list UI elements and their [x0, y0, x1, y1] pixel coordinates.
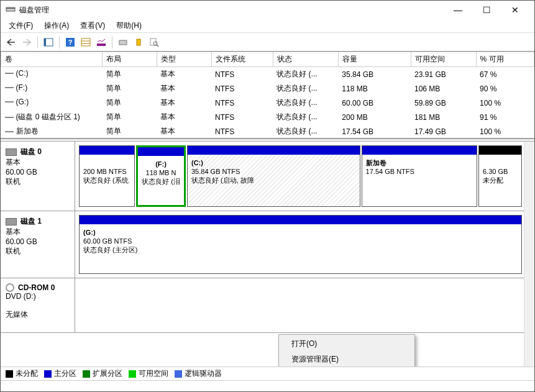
cell: 60.00 GB [338, 96, 411, 110]
cell: 200 MB [338, 110, 411, 124]
forward-button[interactable] [20, 35, 34, 49]
cell: 状态良好 (... [273, 110, 338, 124]
partition-new[interactable]: 新加卷 17.54 GB NTFS [362, 145, 477, 207]
column-header[interactable]: 类型 [157, 52, 211, 67]
svg-rect-11 [137, 39, 140, 45]
svg-rect-1 [6, 8, 15, 9]
disk-type: 基本 [6, 157, 70, 168]
svg-rect-6 [81, 39, 90, 46]
partition-status: 状态良好 (泪 [142, 177, 180, 186]
disk-type: 基本 [6, 227, 70, 237]
legend-item: 未分配 [6, 368, 38, 379]
column-header[interactable]: 卷 [1, 52, 103, 67]
cell: NTFS [211, 110, 273, 124]
menu-action[interactable]: 操作(A) [39, 19, 75, 32]
svg-text:?: ? [68, 39, 73, 46]
partition-status: 未分配 [483, 176, 518, 185]
cell: 67 % [476, 67, 534, 82]
toolbar-chart-icon[interactable] [94, 35, 108, 49]
partition-c[interactable]: (C:) 35.84 GB NTFS 状态良好 (启动, 故障 [187, 145, 360, 207]
column-header[interactable]: 文件系统 [211, 52, 273, 67]
graphical-view: 磁盘 0 基本 60.00 GB 联机 200 MB NTFS 状态良好 (系统 [1, 142, 534, 367]
disk-0-info: 磁盘 0 基本 60.00 GB 联机 [1, 142, 75, 211]
partition-size: 35.84 GB NTFS [191, 167, 356, 176]
back-button[interactable] [4, 35, 18, 49]
scrollbar[interactable] [524, 142, 534, 367]
legend-item: 主分区 [44, 368, 76, 379]
disk-status: 联机 [6, 176, 70, 187]
column-header[interactable]: % 可用 [476, 52, 534, 67]
svg-rect-9 [97, 43, 106, 46]
column-header[interactable]: 布局 [103, 52, 157, 67]
partition-g[interactable]: (G:) 60.00 GB NTFS 状态良好 (主分区) [79, 215, 522, 274]
cell: 简单 [103, 67, 157, 82]
column-header[interactable]: 状态 [273, 52, 338, 67]
partition-label: (C:) [191, 159, 203, 166]
cell: 17.49 GB [411, 124, 476, 139]
help-icon[interactable]: ? [63, 35, 77, 49]
context-menu-item[interactable]: 打开(O) [279, 336, 414, 352]
partition-size: 200 MB NTFS [83, 167, 130, 176]
cell: 35.84 GB [338, 67, 411, 82]
volume-row[interactable]: (G:)简单基本NTFS状态良好 (...60.00 GB59.89 GB100… [1, 96, 534, 110]
cell: 简单 [103, 124, 157, 139]
disk-1-info: 磁盘 1 基本 60.00 GB 联机 [1, 211, 75, 278]
cell: 简单 [103, 96, 157, 110]
disk-name: CD-ROM 0 [18, 283, 55, 292]
partition-size: 60.00 GB NTFS [83, 237, 518, 245]
cdrom-info: CD-ROM 0 DVD (D:) 无媒体 [1, 278, 75, 332]
partition-status: 状态良好 (启动, 故障 [191, 176, 356, 185]
disk-name: 磁盘 0 [21, 147, 42, 157]
menu-help[interactable]: 帮助(H) [111, 19, 147, 32]
legend: 未分配主分区扩展分区可用空间逻辑驱动器 [1, 367, 534, 380]
cell: NTFS [211, 96, 273, 110]
legend-item: 可用空间 [129, 368, 168, 379]
disk-name: 磁盘 1 [21, 216, 42, 227]
cell: NTFS [211, 81, 273, 96]
menu-view[interactable]: 查看(V) [75, 19, 111, 32]
close-button[interactable]: ✕ [501, 1, 529, 19]
cdrom-icon [6, 283, 14, 292]
partition-size: 6.30 GB [483, 167, 518, 176]
context-menu: 打开(O)资源管理器(E)将分区标记为活动分区(M)更改驱动器号和路径(C)..… [278, 334, 415, 367]
volume-row[interactable]: (磁盘 0 磁盘分区 1)简单基本NTFS状态良好 (...200 MB181 … [1, 110, 534, 124]
toolbar-view-icon[interactable] [42, 35, 55, 49]
cell: 100 % [476, 96, 534, 110]
disk-icon [6, 218, 17, 226]
toolbar-list-icon[interactable] [79, 35, 93, 49]
svg-line-14 [157, 45, 158, 47]
partition-system[interactable]: 200 MB NTFS 状态良好 (系统 [79, 145, 135, 207]
cell: 状态良好 (... [273, 67, 338, 82]
cell: 90 % [476, 81, 534, 96]
toolbar-separator [37, 36, 38, 48]
window-controls: — ☐ ✕ [444, 1, 529, 19]
cell: 基本 [157, 110, 211, 124]
svg-rect-3 [44, 39, 46, 46]
menu-file[interactable]: 文件(F) [3, 19, 39, 32]
toolbar-separator [59, 36, 60, 48]
volume-row[interactable]: 新加卷简单基本NTFS状态良好 (...17.54 GB17.49 GB100 … [1, 124, 534, 139]
partition-unallocated[interactable]: 6.30 GB 未分配 [478, 145, 522, 207]
partition-f[interactable]: (F:) 118 MB N 状态良好 (泪 [136, 145, 186, 207]
menubar: 文件(F) 操作(A) 查看(V) 帮助(H) [1, 19, 534, 33]
toolbar-action-icon[interactable] [132, 35, 145, 49]
column-header[interactable]: 容量 [338, 52, 411, 67]
toolbar-disk-icon[interactable] [116, 35, 130, 49]
cell: NTFS [211, 124, 273, 139]
volume-row[interactable]: (F:)简单基本NTFS状态良好 (...118 MB106 MB90 % [1, 81, 534, 96]
cell: 状态良好 (... [273, 124, 338, 139]
cell: NTFS [211, 67, 273, 82]
context-menu-item[interactable]: 资源管理器(E) [279, 352, 414, 367]
partition-label: (F:) [155, 160, 167, 168]
minimize-button[interactable]: — [444, 1, 472, 19]
volume-row[interactable]: (C:)简单基本NTFS状态良好 (...35.84 GB23.91 GB67 … [1, 67, 534, 82]
maximize-button[interactable]: ☐ [472, 1, 501, 19]
toolbar-search-icon[interactable] [147, 35, 161, 49]
disk-status: 无媒体 [6, 309, 70, 320]
cell: 100 % [476, 124, 534, 139]
statusbar [1, 380, 534, 391]
cell: 23.91 GB [411, 67, 476, 82]
column-header[interactable]: 可用空间 [411, 52, 476, 67]
partition-status: 状态良好 (系统 [83, 176, 130, 185]
partition-size: 17.54 GB NTFS [366, 167, 473, 176]
